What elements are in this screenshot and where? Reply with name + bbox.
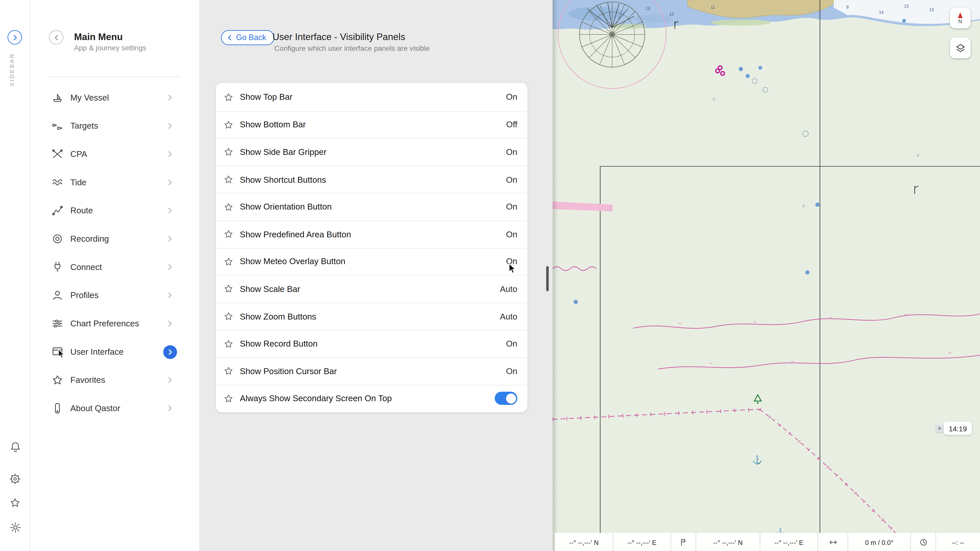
menu-item-profiles[interactable]: Profiles — [30, 281, 199, 310]
time-badge[interactable]: 14:19 — [944, 422, 972, 435]
svg-text:~: ~ — [829, 314, 832, 321]
setting-label: Always Show Secondary Screen On Top — [240, 394, 488, 403]
sidebar-expand-button[interactable] — [8, 30, 22, 44]
menu-item-recording[interactable]: Recording — [30, 225, 199, 253]
svg-text:13: 13 — [929, 8, 934, 12]
favorite-star-icon[interactable] — [224, 257, 234, 267]
layers-button[interactable] — [950, 38, 970, 59]
setting-value: On — [506, 92, 517, 102]
setting-row-show-position-cursor-bar[interactable]: Show Position Cursor Bar On — [216, 357, 527, 384]
svg-text:#: # — [917, 153, 919, 158]
connect-icon — [52, 261, 64, 273]
menu-item-label: Chart Preferences — [70, 319, 159, 328]
setting-label: Show Meteo Overlay Button — [240, 257, 500, 267]
notifications-bell-icon[interactable] — [8, 440, 23, 454]
chevron-right-icon — [165, 291, 174, 299]
route-icon — [52, 205, 64, 217]
setting-label: Show Orientation Button — [240, 202, 500, 211]
star-icon — [52, 374, 64, 386]
setting-label: Show Zoom Buttons — [240, 311, 493, 321]
profiles-icon — [52, 289, 64, 302]
menu-item-favorites[interactable]: Favorites — [30, 366, 199, 394]
page-title: User Interface - Visibility Panels — [272, 32, 405, 42]
menu-item-my-vessel[interactable]: My Vessel — [30, 83, 199, 112]
setting-row-show-meteo-overlay-button[interactable]: Show Meteo Overlay Button On — [216, 248, 527, 275]
settings-panel: Go Back User Interface - Visibility Pane… — [199, 0, 553, 551]
svg-text:9: 9 — [846, 5, 848, 10]
favorite-star-icon[interactable] — [224, 229, 234, 239]
favorite-star-icon[interactable] — [224, 147, 234, 157]
chevron-right-icon — [165, 263, 174, 271]
svg-text:~: ~ — [753, 319, 757, 325]
favorite-star-icon[interactable] — [224, 120, 234, 130]
setting-label: Show Top Bar — [240, 92, 500, 102]
setting-label: Show Scale Bar — [240, 284, 493, 294]
qastor-logo-icon[interactable] — [8, 472, 23, 486]
menu-item-label: Favorites — [70, 375, 159, 385]
setting-row-show-predefined-area-button[interactable]: Show Predefined Area Button On — [216, 220, 527, 248]
menu-item-targets[interactable]: Targets — [30, 112, 199, 140]
menu-item-about-qastor[interactable]: About Qastor — [30, 394, 199, 422]
nautical-chart: ~~~ ~~~ ~~ — [552, 0, 980, 551]
vessel-icon — [52, 92, 64, 103]
setting-row-show-scale-bar[interactable]: Show Scale Bar Auto — [216, 275, 527, 302]
north-label: N — [958, 18, 962, 24]
menu-item-chart-preferences[interactable]: Chart Preferences — [30, 309, 199, 338]
menu-item-label: Targets — [70, 121, 159, 131]
toggle-switch-on[interactable] — [495, 392, 517, 405]
chevron-left-icon — [226, 34, 234, 41]
setting-value: On — [506, 202, 517, 211]
menu-item-label: About Qastor — [70, 403, 159, 413]
chart-map[interactable]: ~~~ ~~~ ~~ — [552, 0, 980, 551]
settings-gear-icon[interactable] — [8, 519, 23, 535]
go-back-button[interactable]: Go Back — [221, 30, 274, 45]
svg-text:~: ~ — [948, 349, 951, 356]
favorite-star-icon[interactable] — [224, 366, 234, 376]
setting-row-show-record-button[interactable]: Show Record Button On — [216, 330, 527, 357]
setting-value: On — [506, 339, 517, 348]
favorite-star-icon[interactable] — [224, 92, 234, 102]
setting-label: Show Record Button — [240, 339, 500, 348]
setting-row-show-zoom-buttons[interactable]: Show Zoom Buttons Auto — [216, 302, 527, 330]
setting-row-show-shortcut-buttons[interactable]: Show Shortcut Buttons On — [216, 166, 527, 193]
menu-item-user-interface[interactable]: User Interface — [30, 338, 199, 366]
sidebar-label: SIDEBAR — [9, 53, 15, 87]
setting-row-show-top-bar[interactable]: Show Top Bar On — [216, 83, 527, 111]
favorite-star-icon[interactable] — [224, 284, 234, 294]
setting-row-show-orientation-button[interactable]: Show Orientation Button On — [216, 193, 527, 220]
svg-text:~: ~ — [678, 320, 681, 326]
menu-item-cpa[interactable]: CPA — [30, 140, 199, 168]
setting-value: On — [506, 148, 517, 157]
setting-row-show-side-bar-gripper[interactable]: Show Side Bar Gripper On — [216, 138, 527, 166]
favorite-star-icon[interactable] — [224, 202, 234, 212]
favorite-star-icon[interactable] — [224, 339, 234, 349]
compass-north-button[interactable]: N — [950, 8, 970, 28]
chevron-right-icon — [165, 376, 174, 384]
cursor-longitude: --° --,---' E — [760, 533, 818, 551]
status-bar: --° --,---' N --° --,---' E --° --,---' … — [555, 533, 980, 551]
svg-text:#: # — [713, 97, 715, 102]
menu-item-route[interactable]: Route — [30, 197, 199, 225]
setting-value: Auto — [500, 284, 517, 294]
favorites-star-icon[interactable] — [8, 495, 23, 510]
favorite-star-icon[interactable] — [224, 394, 234, 403]
page-subtitle: Configure which user interface panels ar… — [274, 44, 430, 52]
chevron-left-icon — [52, 34, 60, 41]
setting-row-always-show-secondary-screen[interactable]: Always Show Secondary Screen On Top — [216, 384, 527, 412]
menu-item-connect[interactable]: Connect — [30, 253, 199, 281]
cursor-latitude: --° --,---' N — [695, 533, 760, 551]
favorite-star-icon[interactable] — [224, 175, 234, 184]
favorite-star-icon[interactable] — [224, 311, 234, 321]
menu-back-button[interactable] — [49, 30, 64, 44]
compass-rose — [579, 2, 645, 67]
chevron-right-icon — [165, 235, 174, 243]
menu-item-label: CPA — [70, 149, 159, 159]
setting-value: On — [506, 175, 517, 184]
side-bar-gripper[interactable] — [546, 266, 549, 291]
own-latitude: --° --,---' N — [555, 533, 612, 551]
menu-item-tide[interactable]: Tide — [30, 168, 199, 197]
user-interface-icon — [52, 346, 64, 358]
tide-icon — [52, 176, 64, 188]
eta-time: --: -- — [935, 533, 980, 551]
setting-row-show-bottom-bar[interactable]: Show Bottom Bar Off — [216, 111, 527, 138]
